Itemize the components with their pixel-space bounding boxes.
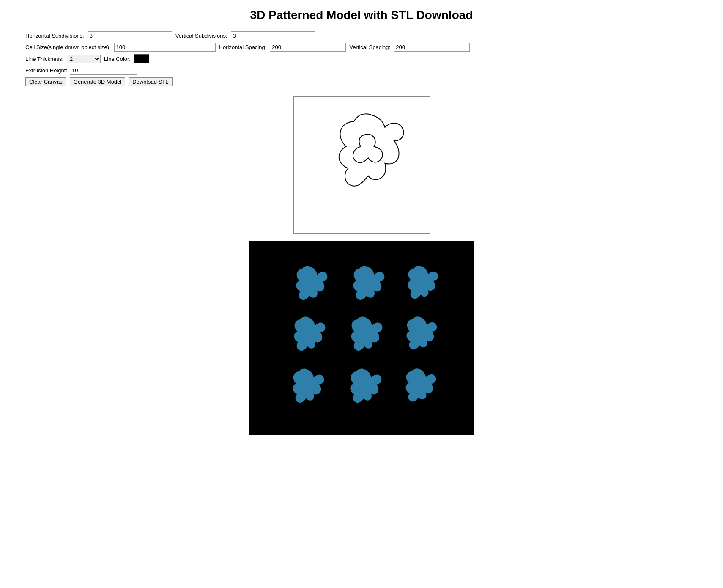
v-subdivisions-input[interactable] (231, 31, 315, 40)
clear-canvas-button[interactable]: Clear Canvas (25, 77, 66, 86)
download-stl-button[interactable]: Download STL (129, 77, 172, 86)
v-spacing-label: Vertical Spacing: (349, 44, 390, 50)
cell-size-input[interactable] (114, 43, 216, 52)
cell-size-label: Cell Size(single drawn object size): (25, 44, 111, 50)
row-line: Line Thickness: 1 2 3 4 5 Line Color: (25, 54, 698, 63)
generate-3d-button[interactable]: Generate 3D Model (70, 77, 125, 86)
line-color-swatch[interactable] (134, 54, 149, 63)
line-thickness-label: Line Thickness: (25, 56, 63, 62)
controls-panel: Horizontal Subdivisions: Vertical Subdiv… (0, 29, 723, 91)
model-canvas (249, 241, 474, 435)
row-sizing: Cell Size(single drawn object size): Hor… (25, 43, 698, 52)
extrusion-height-input[interactable] (70, 66, 137, 75)
model-area (0, 241, 723, 435)
h-spacing-label: Horizontal Spacing: (219, 44, 267, 50)
line-color-label: Line Color: (104, 56, 131, 62)
v-subdivisions-label: Vertical Subdivisions: (175, 33, 227, 39)
v-spacing-input[interactable] (394, 43, 470, 52)
row-subdivisions: Horizontal Subdivisions: Vertical Subdiv… (25, 31, 698, 40)
canvas-area (0, 96, 723, 234)
h-subdivisions-label: Horizontal Subdivisions: (25, 33, 84, 39)
model-svg (249, 241, 474, 435)
row-buttons: Clear Canvas Generate 3D Model Download … (25, 77, 698, 86)
line-thickness-select[interactable]: 1 2 3 4 5 (67, 55, 101, 63)
draw-svg (294, 97, 430, 233)
extrusion-height-label: Extrusion Height: (25, 67, 67, 74)
row-extrusion: Extrusion Height: (25, 66, 698, 75)
h-spacing-input[interactable] (270, 43, 346, 52)
h-subdivisions-input[interactable] (88, 31, 172, 40)
page-title: 3D Patterned Model with STL Download (0, 0, 723, 29)
draw-canvas[interactable] (293, 96, 430, 234)
